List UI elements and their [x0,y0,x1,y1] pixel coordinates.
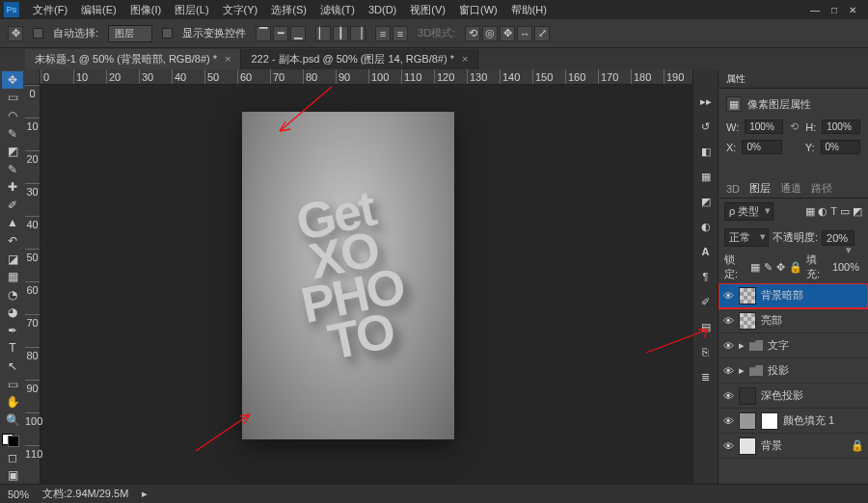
filter-shape-icon[interactable]: ▭ [840,205,850,218]
filter-adjust-icon[interactable]: ◐ [818,205,827,218]
tab-channels[interactable]: 通道 [780,181,801,196]
vertical-ruler[interactable]: 0102030405060708090100110 [25,85,41,484]
lasso-tool[interactable]: ◠ [2,107,23,124]
brush-tool[interactable]: ✐ [2,197,23,214]
styles-panel-icon[interactable]: ◩ [697,193,715,210]
fill-input[interactable]: 100% [832,261,862,273]
bg-color[interactable] [8,436,19,447]
close-button[interactable]: ✕ [849,5,856,15]
auto-select-checkbox[interactable] [33,28,43,39]
visibility-icon[interactable]: 👁 [722,415,734,427]
marquee-tool[interactable]: ▭ [2,90,23,107]
opacity-input[interactable]: 20% [822,230,854,246]
color-swatch[interactable] [2,430,23,448]
align-top-icon[interactable]: ▔ [256,26,271,41]
x-input[interactable]: 0% [742,140,782,154]
lock-pos-icon[interactable]: ✥ [776,261,785,274]
lock-all-icon[interactable]: 🔒 [789,261,802,274]
align-vmid-icon[interactable]: ━ [273,26,288,41]
dist-icon-1[interactable]: ≡ [375,26,391,41]
close-tab-icon[interactable]: × [225,53,231,65]
tab-paths[interactable]: 路径 [811,181,832,196]
layer-name[interactable]: 背景暗部 [761,288,803,303]
layer-row[interactable]: 👁颜色填充 1 [719,409,868,434]
character-panel-icon[interactable]: A [697,243,715,260]
filter-type-icon[interactable]: T [830,205,837,218]
filter-pixel-icon[interactable]: ▦ [805,205,815,218]
properties-panel-tab[interactable]: 属性 [719,69,868,89]
visibility-icon[interactable]: 👁 [722,440,734,452]
doc-tab-1[interactable]: 未标题-1 @ 50% (背景暗部, RGB/8#) * × [25,49,241,69]
align-left-icon[interactable]: ▏ [315,26,331,41]
filter-smart-icon[interactable]: ◩ [853,205,862,218]
layer-list[interactable]: 👁背景暗部👁亮部👁▸文字👁▸投影👁深色投影👁颜色填充 1👁背景🔒 [719,283,868,484]
layer-kind-filter[interactable]: ρ 类型 [724,202,773,221]
menu-edit[interactable]: 编辑(E) [75,1,122,19]
blur-tool[interactable]: ◔ [2,286,23,304]
type-tool[interactable]: T [2,340,23,357]
history-panel-icon[interactable]: ↺ [697,118,715,135]
swap-collapse-icon[interactable]: ▸▸ [697,93,715,110]
visibility-icon[interactable]: 👁 [722,315,734,327]
doc-size-info[interactable]: 文档:2.94M/29.5M [42,487,128,501]
lock-trans-icon[interactable]: ▦ [750,261,760,274]
menu-filter[interactable]: 滤镜(T) [314,1,361,19]
heal-tool[interactable]: ✚ [2,178,23,196]
align-hmid-icon[interactable]: ┃ [333,26,348,41]
pen-tool[interactable]: ✒ [2,322,23,339]
status-disclosure-icon[interactable]: ▸ [142,488,148,500]
auto-select-dropdown[interactable]: 图层 [108,25,152,42]
quick-select-tool[interactable]: ✎ [2,125,23,143]
hand-tool[interactable]: ✋ [2,393,23,410]
menu-image[interactable]: 图像(I) [124,1,167,19]
align-right-icon[interactable]: ▕ [350,26,366,41]
tab-3d[interactable]: 3D [726,183,740,195]
link-wh-icon[interactable]: ⟲ [789,120,800,133]
roll-3d-icon[interactable]: ◎ [482,26,498,41]
paragraph-panel-icon[interactable]: ¶ [697,268,715,285]
slide-3d-icon[interactable]: ↔ [517,26,532,41]
layer-row[interactable]: 👁▸文字 [719,333,868,358]
layer-thumbnail[interactable] [739,387,756,405]
path-select-tool[interactable]: ↖ [2,357,23,375]
layer-row[interactable]: 👁背景暗部 [719,283,868,308]
menu-3d[interactable]: 3D(D) [363,2,402,17]
menu-file[interactable]: 文件(F) [27,1,73,19]
zoom-tool[interactable]: 🔍 [2,411,23,429]
layer-mask-thumbnail[interactable] [761,412,778,430]
layer-thumbnail[interactable] [739,312,756,330]
layer-row[interactable]: 👁背景🔒 [719,434,868,459]
layer-name[interactable]: 颜色填充 1 [783,413,834,428]
tab-layers[interactable]: 图层 [749,181,771,196]
screen-mode-tool[interactable]: ▣ [2,466,23,484]
minimize-button[interactable]: — [810,5,820,15]
crop-tool[interactable]: ◩ [2,143,23,160]
dodge-tool[interactable]: ◕ [2,304,23,322]
blend-mode-select[interactable]: 正常 [724,228,769,247]
visibility-icon[interactable]: 👁 [722,340,734,352]
folder-disclosure[interactable]: ▸ [739,339,745,352]
brush-panel-icon[interactable]: ✐ [697,293,715,310]
layer-name[interactable]: 文字 [768,338,789,353]
drag-3d-icon[interactable]: ✥ [500,26,515,41]
gradient-tool[interactable]: ▦ [2,268,23,285]
rotate-3d-icon[interactable]: ⟲ [465,26,480,41]
layer-name[interactable]: 亮部 [761,313,782,328]
layer-row[interactable]: 👁▸投影 [719,358,868,384]
width-input[interactable]: 100% [745,119,783,134]
menu-select[interactable]: 选择(S) [265,1,312,19]
ruler-origin[interactable] [25,69,41,85]
quick-mask-tool[interactable]: ◻ [2,449,23,466]
history-brush-tool[interactable]: ↶ [2,232,23,250]
layer-name[interactable]: 投影 [768,363,789,378]
eraser-tool[interactable]: ◪ [2,251,23,268]
layer-name[interactable]: 背景 [761,438,782,453]
menu-window[interactable]: 窗口(W) [453,1,503,19]
swatches-panel-icon[interactable]: ▦ [697,168,715,185]
menu-layer[interactable]: 图层(L) [169,1,214,19]
layer-thumbnail[interactable] [739,287,756,304]
close-tab-icon[interactable]: × [462,53,468,65]
shape-tool[interactable]: ▭ [2,376,23,393]
stamp-tool[interactable]: ▲ [2,215,23,232]
menu-view[interactable]: 视图(V) [404,1,451,19]
